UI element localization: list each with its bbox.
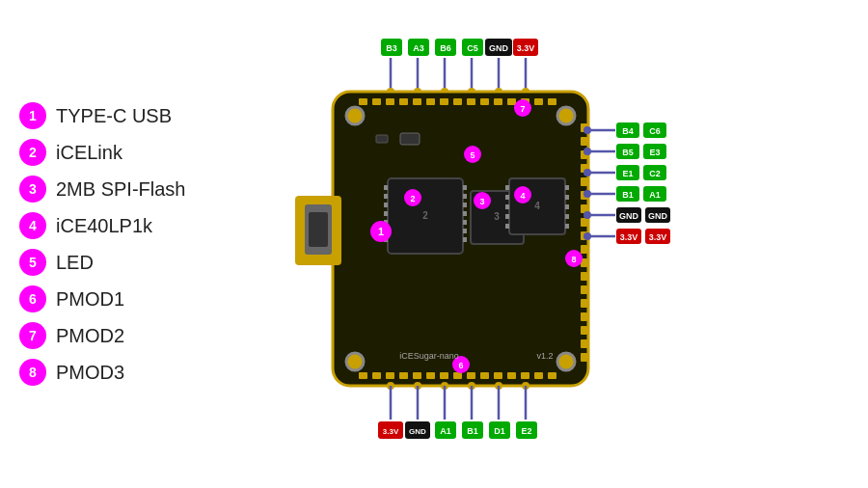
svg-rect-74 (581, 285, 587, 294)
svg-text:4: 4 (534, 201, 540, 211)
board-diagram: B3 A3 B6 C5 GND 3.3V (251, 19, 675, 468)
svg-rect-55 (467, 372, 475, 379)
legend-label-4: iCE40LP1k (56, 215, 152, 237)
svg-rect-51 (413, 372, 421, 379)
svg-point-25 (346, 107, 364, 124)
legend: 1TYPE-C USB2iCELink32MB SPI-Flash4iCE40L… (19, 102, 185, 386)
legend-number-5: 5 (19, 249, 46, 276)
svg-rect-61 (548, 372, 556, 379)
svg-rect-38 (440, 98, 448, 105)
legend-item-3: 32MB SPI-Flash (19, 176, 185, 203)
svg-rect-45 (534, 98, 543, 105)
svg-rect-52 (426, 372, 435, 379)
svg-rect-88 (463, 185, 467, 190)
svg-rect-36 (413, 98, 421, 105)
svg-rect-40 (467, 98, 475, 105)
svg-text:7: 7 (520, 104, 525, 114)
svg-rect-57 (494, 372, 502, 379)
svg-rect-50 (399, 372, 408, 379)
legend-label-6: PMOD1 (56, 288, 124, 311)
svg-rect-32 (359, 98, 367, 105)
svg-rect-56 (480, 372, 489, 379)
svg-text:3: 3 (494, 211, 500, 222)
svg-text:3.3V: 3.3V (649, 232, 667, 242)
svg-rect-48 (372, 372, 381, 379)
svg-rect-66 (581, 177, 587, 186)
svg-rect-108 (565, 224, 569, 229)
svg-text:4: 4 (520, 191, 525, 201)
svg-rect-78 (581, 339, 587, 348)
svg-rect-101 (505, 204, 509, 209)
svg-rect-43 (507, 98, 516, 105)
legend-item-8: 8PMOD3 (19, 359, 185, 386)
svg-rect-37 (426, 98, 435, 105)
main-container: 1TYPE-C USB2iCELink32MB SPI-Flash4iCE40L… (0, 0, 868, 488)
legend-number-1: 1 (19, 102, 46, 129)
svg-rect-39 (453, 98, 462, 105)
svg-rect-79 (581, 353, 587, 362)
svg-text:C2: C2 (649, 169, 661, 178)
svg-text:B5: B5 (622, 148, 634, 157)
svg-text:D1: D1 (494, 426, 505, 436)
svg-rect-77 (581, 326, 587, 335)
svg-rect-107 (565, 214, 569, 219)
svg-point-27 (557, 107, 575, 124)
svg-rect-76 (581, 312, 587, 321)
svg-text:GND: GND (648, 211, 668, 221)
svg-rect-84 (384, 211, 388, 216)
svg-rect-81 (384, 185, 388, 190)
svg-text:E1: E1 (622, 169, 633, 178)
svg-text:E2: E2 (521, 426, 531, 436)
legend-label-7: PMOD2 (56, 325, 124, 347)
svg-text:3.3V: 3.3V (383, 427, 399, 436)
legend-number-8: 8 (19, 359, 46, 386)
svg-rect-46 (548, 98, 556, 105)
svg-rect-34 (386, 98, 394, 105)
svg-text:GND: GND (489, 43, 509, 53)
svg-rect-35 (399, 98, 408, 105)
svg-text:v1.2: v1.2 (536, 351, 553, 361)
svg-rect-31 (309, 212, 328, 247)
legend-item-2: 2iCELink (19, 139, 185, 166)
svg-rect-106 (565, 204, 569, 209)
svg-rect-94 (463, 237, 467, 242)
legend-item-5: 5LED (19, 249, 185, 276)
legend-number-7: 7 (19, 322, 46, 349)
svg-text:E3: E3 (649, 148, 660, 157)
svg-text:iCESugar-nano: iCESugar-nano (399, 351, 459, 361)
svg-rect-58 (507, 372, 516, 379)
legend-number-4: 4 (19, 212, 46, 239)
svg-text:6: 6 (458, 361, 463, 370)
svg-rect-102 (505, 214, 509, 219)
svg-text:GND: GND (619, 211, 639, 221)
svg-point-28 (557, 353, 575, 370)
legend-number-2: 2 (19, 139, 46, 166)
legend-label-5: LED (56, 252, 94, 274)
svg-text:3.3V: 3.3V (517, 43, 535, 53)
svg-text:1: 1 (378, 226, 384, 237)
svg-rect-75 (581, 299, 587, 308)
svg-rect-103 (505, 224, 509, 229)
svg-text:C6: C6 (649, 126, 661, 136)
svg-text:8: 8 (571, 255, 576, 264)
svg-rect-41 (480, 98, 489, 105)
svg-rect-100 (505, 195, 509, 200)
svg-rect-53 (440, 372, 448, 379)
svg-rect-89 (463, 194, 467, 199)
board-svg: B3 A3 B6 C5 GND 3.3V (251, 19, 675, 468)
legend-label-3: 2MB SPI-Flash (56, 178, 185, 201)
svg-text:B1: B1 (467, 426, 478, 436)
svg-rect-69 (581, 218, 587, 227)
svg-rect-82 (384, 194, 388, 199)
svg-rect-63 (581, 137, 587, 146)
svg-rect-54 (453, 372, 462, 379)
legend-label-1: TYPE-C USB (56, 105, 172, 127)
svg-text:B3: B3 (386, 43, 397, 53)
svg-rect-33 (372, 98, 381, 105)
svg-rect-93 (463, 229, 467, 233)
svg-rect-111 (376, 135, 388, 143)
svg-rect-71 (581, 245, 587, 254)
svg-text:3.3V: 3.3V (620, 232, 638, 242)
legend-number-3: 3 (19, 176, 46, 203)
svg-rect-91 (463, 211, 467, 216)
